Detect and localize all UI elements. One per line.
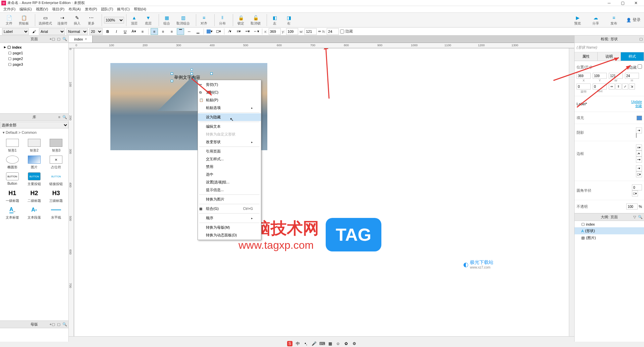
group-icon[interactable]: ▦ xyxy=(162,14,171,21)
context-menu-item[interactable]: 编辑文本 xyxy=(198,123,261,130)
panel-menu-icon[interactable]: ▢ xyxy=(639,37,643,41)
menu-help[interactable]: 帮助(H) xyxy=(132,7,148,12)
font-weight-select[interactable]: Normal xyxy=(66,28,88,35)
line-color-button[interactable]: ∕▾ xyxy=(226,28,234,35)
wh-lock-icon[interactable]: ⇹ xyxy=(318,29,321,34)
library-item[interactable]: A≡文本段落 xyxy=(24,206,44,220)
library-item[interactable]: H3三级标题 xyxy=(47,189,66,203)
autosize-icon[interactable]: ⤢ xyxy=(622,83,628,90)
valign-middle-button[interactable]: ─ xyxy=(185,28,193,35)
fit-icon[interactable]: ⇲ xyxy=(629,83,635,90)
tray-icon[interactable]: •, xyxy=(303,341,309,346)
login-button[interactable]: 👤登录 xyxy=(626,14,641,26)
align-center-button[interactable]: ≡ xyxy=(159,28,167,35)
publish-icon[interactable]: ≡ xyxy=(609,14,618,21)
file-icon[interactable]: 📄 xyxy=(5,14,13,21)
font-select[interactable]: Arial xyxy=(39,28,65,35)
menu-team[interactable]: 团队(T) xyxy=(99,7,115,12)
tray-icon[interactable]: 中 xyxy=(295,341,301,346)
library-item[interactable]: 图片 xyxy=(24,156,44,170)
align-left-button[interactable]: ≡ xyxy=(151,28,158,35)
more-icon[interactable]: ⋯ xyxy=(87,14,96,21)
opacity-input[interactable] xyxy=(626,204,638,210)
library-select[interactable]: 选择全部 xyxy=(0,122,68,128)
library-item[interactable]: 矩形3 xyxy=(47,139,66,153)
tab-style[interactable]: 样式 xyxy=(621,52,644,61)
ungroup-icon[interactable]: ▥ xyxy=(179,14,187,21)
menu-layout[interactable]: 布局(A) xyxy=(66,7,83,12)
hidden-checkbox[interactable] xyxy=(340,30,344,34)
h-input[interactable] xyxy=(327,28,339,35)
context-menu-item[interactable]: 粘贴选项▸ xyxy=(198,104,261,112)
library-item[interactable]: BUTTONButton xyxy=(3,172,22,186)
border-vis-button[interactable]: ▫▾ xyxy=(636,165,642,171)
tray-icon[interactable]: ⚙ xyxy=(352,341,357,346)
outline-item-index[interactable]: ▢index xyxy=(575,221,644,227)
tray-icon[interactable]: ☺ xyxy=(335,341,341,346)
context-menu-item[interactable]: 引用页面 xyxy=(198,148,261,155)
search-icon[interactable]: 🔍 xyxy=(638,215,643,219)
canvas-tab[interactable]: index× xyxy=(69,36,93,43)
context-menu-item[interactable]: 转换为图片 xyxy=(198,195,261,203)
outline-item-shape[interactable]: A(形状) xyxy=(575,227,644,234)
selection-handle[interactable] xyxy=(191,72,193,75)
size-h-input[interactable] xyxy=(625,73,639,79)
library-item[interactable]: 矩形1 xyxy=(3,139,22,153)
line-width-button[interactable]: ≡▾ xyxy=(235,28,243,35)
context-menu-item[interactable]: 改变形状▸ xyxy=(198,138,261,146)
context-menu-item[interactable]: ✂剪切(T) xyxy=(198,81,261,89)
tab-notes[interactable]: 说明 xyxy=(598,52,621,61)
back-icon[interactable]: ▼ xyxy=(144,14,153,21)
bullets-button[interactable]: ≡ xyxy=(139,28,146,35)
minimize-button[interactable]: ─ xyxy=(602,0,616,6)
page-item-page2[interactable]: ▢page2 xyxy=(1,56,67,61)
outline-item-image[interactable]: ▧(图片) xyxy=(575,234,644,241)
border-width-button[interactable]: ≡▾ xyxy=(636,144,642,151)
library-item[interactable]: 水平线 xyxy=(47,206,66,220)
align-icon[interactable]: ≡ xyxy=(200,14,208,21)
add-folder-icon[interactable]: ▢ xyxy=(57,322,60,327)
bold-button[interactable]: B xyxy=(104,28,111,35)
library-item[interactable]: ✕占位符 xyxy=(47,156,66,170)
preview-icon[interactable]: ▶ xyxy=(573,14,582,21)
context-menu-item[interactable]: 交互样式... xyxy=(198,155,261,163)
add-master-icon[interactable]: +▢ xyxy=(50,322,55,327)
library-item[interactable]: H1一级标题 xyxy=(3,189,22,203)
page-item-page1[interactable]: ▢page1 xyxy=(1,50,67,56)
context-menu-item[interactable]: 选中 xyxy=(198,171,261,178)
outer-color-button[interactable]: ◻▾ xyxy=(215,28,222,35)
close-tab-icon[interactable]: × xyxy=(85,37,87,41)
fill-color-button[interactable]: ▾ xyxy=(206,28,213,35)
menu-account[interactable]: 账号(C) xyxy=(115,7,131,12)
flip-h-icon[interactable]: ⇔ xyxy=(609,83,615,90)
library-item[interactable]: BUTTON链接按钮 xyxy=(47,172,66,186)
front-icon[interactable]: ▲ xyxy=(130,14,139,21)
pen-icon[interactable]: ✎ xyxy=(73,14,82,21)
search-icon[interactable]: 🔍 xyxy=(62,322,67,327)
tray-icon[interactable]: ✿ xyxy=(343,341,349,346)
page-item-page3[interactable]: ▢page3 xyxy=(1,61,67,67)
radius-corners-button[interactable]: ◻▾ xyxy=(632,190,638,196)
library-item[interactable]: 矩形2 xyxy=(24,139,44,153)
flip-v-icon[interactable]: ⇕ xyxy=(615,83,622,90)
tray-icon[interactable]: 🎤 xyxy=(311,341,317,346)
paint-format-icon[interactable]: 🖌 xyxy=(30,28,38,35)
library-item[interactable]: H2二级标题 xyxy=(24,189,44,203)
context-menu-item[interactable]: 设为隐藏 xyxy=(198,113,261,121)
canvas[interactable]: 举例文字内容 ✂剪切(T)⧉复制(C)📋粘贴(P)粘贴选项▸设为隐藏编辑文本转换… xyxy=(74,48,574,336)
zoom-select[interactable]: 100% xyxy=(104,17,124,23)
selection-handle[interactable] xyxy=(171,80,173,82)
align-right-button[interactable]: ≡ xyxy=(168,28,175,35)
tray-icon[interactable]: ⌨ xyxy=(319,341,325,346)
tab-properties[interactable]: 属性 xyxy=(575,52,598,61)
add-page-icon[interactable]: +▢ xyxy=(50,37,55,41)
arrow-button[interactable]: ↔▾ xyxy=(253,28,260,35)
lock-icon[interactable]: 🔒 xyxy=(236,14,245,21)
selection-handle[interactable] xyxy=(171,72,173,75)
font-size-select[interactable]: 20 xyxy=(89,28,103,35)
outer-shadow-button[interactable]: ▫▾ xyxy=(636,127,642,133)
context-menu-item[interactable]: ⧉复制(C) xyxy=(198,89,261,96)
context-menu-item[interactable]: 顺序▸ xyxy=(198,214,261,222)
lib-menu-icon[interactable]: ≡ xyxy=(58,115,60,119)
fill-color-swatch[interactable] xyxy=(637,116,642,120)
